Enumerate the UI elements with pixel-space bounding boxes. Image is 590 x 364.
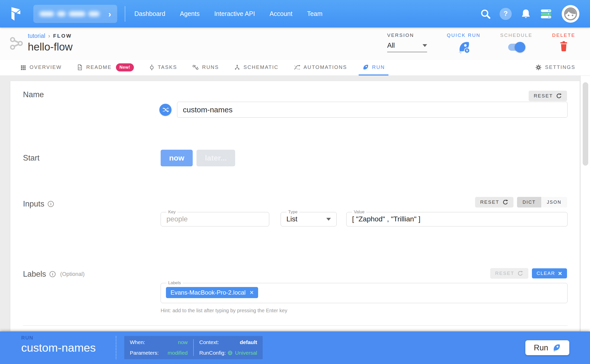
tab-label: RUNS: [202, 64, 219, 70]
randomize-name-button[interactable]: [159, 104, 171, 116]
chevron-down-icon: [326, 218, 331, 221]
user-avatar[interactable]: [562, 5, 579, 23]
grid-icon: [20, 64, 26, 70]
footer-dotted-divider: [116, 336, 116, 359]
services-stack-icon[interactable]: [540, 8, 552, 20]
version-select[interactable]: All: [387, 42, 427, 52]
section-divider: [23, 325, 568, 326]
info-icon[interactable]: i: [50, 271, 56, 277]
input-type-field[interactable]: Type List: [281, 210, 337, 226]
delete-group: DELETE: [552, 33, 575, 53]
inputs-reset-button[interactable]: RESET: [475, 197, 513, 207]
run-button-label: Run: [534, 343, 548, 352]
parameters-value: modified: [168, 350, 188, 356]
tab-runs[interactable]: RUNS: [189, 60, 223, 75]
runconfig-value: Universal: [227, 350, 257, 356]
page-header: tutorial › FLOW hello-flow VERSION All Q…: [0, 28, 590, 60]
schedule-toggle[interactable]: [508, 44, 524, 51]
run-form-card: Name RESET: [10, 81, 580, 331]
nav-item-account[interactable]: Account: [269, 10, 292, 17]
flow-tabs: OVERVIEW README New! TASKS: [0, 60, 590, 76]
prefect-logo[interactable]: [10, 7, 24, 21]
task-node-icon: [149, 64, 155, 71]
labels-reset-button[interactable]: RESET: [490, 268, 529, 279]
chevron-right-icon: ›: [108, 10, 111, 18]
tab-readme[interactable]: README New!: [73, 60, 137, 75]
labels-clear-button[interactable]: CLEAR ×: [532, 268, 567, 278]
breadcrumb-project-link[interactable]: tutorial: [28, 33, 45, 39]
nav-item-interactive-api[interactable]: Interactive API: [214, 10, 255, 17]
start-later-button[interactable]: later...: [196, 150, 235, 166]
value-input[interactable]: [350, 215, 564, 225]
footer-run-name: custom-names: [21, 341, 96, 354]
reset-label: RESET: [480, 199, 499, 205]
top-navigation-bar: › Dashboard Agents Interactive API Accou…: [0, 0, 590, 28]
search-icon[interactable]: [479, 8, 491, 20]
tab-label: OVERVIEW: [30, 64, 62, 70]
rocket-icon: [362, 64, 369, 71]
inputs-mode-toggle: DICT JSON: [517, 197, 567, 207]
globe-icon: [227, 350, 233, 356]
quick-run-rocket-icon[interactable]: [457, 41, 470, 55]
breadcrumb-separator: ›: [48, 33, 50, 39]
tab-label: README: [86, 64, 112, 70]
schematic-icon: [234, 64, 240, 70]
start-now-button[interactable]: now: [161, 150, 193, 166]
gear-icon: [535, 64, 542, 71]
labels-field[interactable]: Labels Evans-MacBook-Pro-2.local ×: [161, 280, 568, 303]
info-icon[interactable]: i: [48, 201, 54, 207]
type-value: List: [286, 215, 298, 223]
key-input[interactable]: [164, 215, 265, 225]
value-field-label: Value: [352, 210, 366, 215]
context-value: default: [240, 339, 257, 345]
reset-label: RESET: [534, 93, 553, 99]
breadcrumb-current: FLOW: [53, 33, 72, 39]
flow-icon: [10, 36, 23, 51]
tab-automations[interactable]: AUTOMATIONS: [290, 60, 351, 75]
schedule-label: SCHEDULE: [500, 33, 532, 38]
delete-trash-icon[interactable]: [559, 41, 569, 53]
tab-tasks[interactable]: TASKS: [145, 60, 181, 75]
parameters-label: Parameters:: [130, 350, 159, 356]
json-mode-button[interactable]: JSON: [541, 197, 567, 207]
header-actions: VERSION All QUICK RUN: [387, 33, 575, 55]
page-title: hello-flow: [28, 41, 72, 53]
version-value: All: [387, 42, 395, 49]
labels-section-label: Labels i (Optional): [23, 270, 85, 279]
labels-field-label: Labels: [166, 280, 183, 285]
nav-item-team[interactable]: Team: [307, 10, 323, 17]
footer-run-eyebrow: RUN: [21, 335, 96, 341]
refresh-icon: [556, 93, 562, 99]
notifications-bell-icon[interactable]: [520, 8, 532, 20]
labels-hint: Hint: add to the list after typing by pr…: [161, 308, 287, 314]
remove-label-icon[interactable]: ×: [250, 289, 254, 296]
when-label: When:: [130, 339, 145, 345]
version-group: VERSION All: [387, 33, 427, 52]
tab-run[interactable]: RUN: [359, 60, 388, 75]
dict-mode-button[interactable]: DICT: [517, 197, 541, 207]
schedule-group: SCHEDULE: [500, 33, 532, 51]
settings-label: SETTINGS: [545, 64, 575, 70]
run-name-input[interactable]: [177, 102, 568, 118]
tab-schematic[interactable]: SCHEMATIC: [231, 60, 282, 75]
refresh-icon: [502, 199, 508, 205]
tab-overview[interactable]: OVERVIEW: [17, 60, 65, 75]
close-icon: ×: [558, 270, 562, 277]
quick-run-group: QUICK RUN: [447, 33, 481, 55]
scrollbar-thumb[interactable]: [583, 82, 588, 166]
shuffle-icon: [162, 106, 169, 113]
primary-nav: Dashboard Agents Interactive API Account…: [134, 10, 323, 17]
nav-item-dashboard[interactable]: Dashboard: [134, 10, 165, 17]
project-selector[interactable]: ›: [33, 5, 117, 23]
project-name-redacted: [39, 11, 100, 16]
help-icon[interactable]: ?: [500, 8, 512, 20]
nav-item-agents[interactable]: Agents: [180, 10, 200, 17]
runconfig-label: RunConfig:: [199, 350, 226, 356]
tab-label: AUTOMATIONS: [304, 64, 347, 70]
run-button[interactable]: Run: [525, 340, 569, 355]
scrollbar[interactable]: [580, 76, 590, 331]
start-section-label: Start: [23, 153, 39, 163]
name-reset-button[interactable]: RESET: [529, 91, 567, 101]
app-window: › Dashboard Agents Interactive API Accou…: [0, 0, 590, 364]
tab-settings[interactable]: SETTINGS: [532, 60, 579, 75]
